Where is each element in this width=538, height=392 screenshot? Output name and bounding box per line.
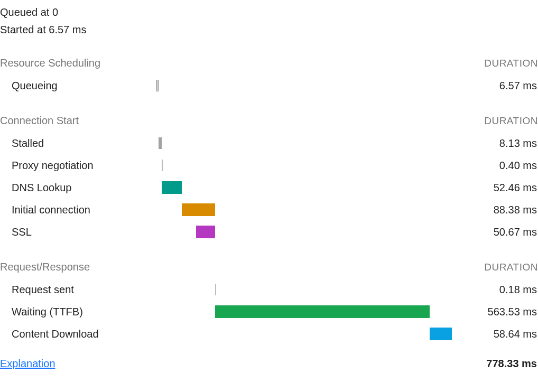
timing-sections: Resource SchedulingDURATIONQueueing6.57 … <box>0 39 538 345</box>
timing-value: 88.38 ms <box>452 204 538 216</box>
timing-label: DNS Lookup <box>0 182 156 194</box>
timing-label: Content Download <box>0 328 156 340</box>
timing-value: 6.57 ms <box>452 80 538 92</box>
timing-value: 58.64 ms <box>452 328 538 340</box>
timing-bar <box>162 160 163 171</box>
timing-label: Request sent <box>0 284 156 296</box>
timing-bar <box>182 203 216 216</box>
timing-bar <box>159 137 162 149</box>
section-title: Request/Response <box>0 261 90 273</box>
section-title: Resource Scheduling <box>0 57 100 69</box>
footer: Explanation 778.33 ms <box>0 345 538 370</box>
timing-label: Waiting (TTFB) <box>0 306 156 318</box>
timing-row-initial: Initial connection88.38 ms <box>0 199 538 221</box>
duration-heading: DURATION <box>484 262 538 273</box>
timing-bar-track <box>156 181 452 194</box>
timing-row-dns: DNS Lookup52.46 ms <box>0 176 538 199</box>
duration-heading: DURATION <box>484 115 538 127</box>
timing-bar <box>215 284 216 295</box>
timing-bar-track <box>156 327 452 341</box>
queued-at-line: Queued at 0 <box>0 4 538 22</box>
timing-bar-track <box>156 79 452 92</box>
timing-label: Initial connection <box>0 204 156 216</box>
timing-bar-track <box>156 158 452 172</box>
timing-row-queueing: Queueing6.57 ms <box>0 74 538 97</box>
timing-row-ssl: SSL50.67 ms <box>0 221 538 243</box>
timing-row-request: Request sent0.18 ms <box>0 278 538 301</box>
timing-bar-track <box>156 225 452 239</box>
total-duration: 778.33 ms <box>55 358 538 370</box>
timing-bar <box>162 181 182 194</box>
timing-bar-track <box>156 203 452 217</box>
timing-value: 0.18 ms <box>452 284 538 296</box>
timing-row-proxy: Proxy negotiation0.40 ms <box>0 154 538 176</box>
timing-value: 563.53 ms <box>452 306 538 318</box>
timing-bar <box>215 305 429 318</box>
section-header: Resource SchedulingDURATION <box>0 54 538 74</box>
started-at-line: Started at 6.57 ms <box>0 22 538 39</box>
timing-bar <box>430 328 452 340</box>
section-header: Connection StartDURATION <box>0 111 538 132</box>
timing-bar <box>196 226 215 238</box>
timing-value: 50.67 ms <box>452 226 538 238</box>
timing-label: Queueing <box>0 80 156 92</box>
section-title: Connection Start <box>0 115 79 127</box>
section-header: Request/ResponseDURATION <box>0 258 538 278</box>
timing-value: 0.40 ms <box>452 160 538 172</box>
timing-row-download: Content Download58.64 ms <box>0 323 538 345</box>
timing-bar <box>156 80 159 91</box>
timing-row-stalled: Stalled8.13 ms <box>0 132 538 154</box>
duration-heading: DURATION <box>484 58 538 69</box>
timing-bar-track <box>156 283 452 296</box>
timing-value: 8.13 ms <box>452 137 538 150</box>
timing-label: SSL <box>0 226 156 238</box>
timing-label: Proxy negotiation <box>0 160 156 172</box>
timing-label: Stalled <box>0 137 156 150</box>
timing-bar-track <box>156 305 452 319</box>
timing-bar-track <box>156 136 452 150</box>
explanation-link[interactable]: Explanation <box>0 358 55 370</box>
timing-value: 52.46 ms <box>452 182 538 194</box>
timing-row-waiting: Waiting (TTFB)563.53 ms <box>0 301 538 323</box>
